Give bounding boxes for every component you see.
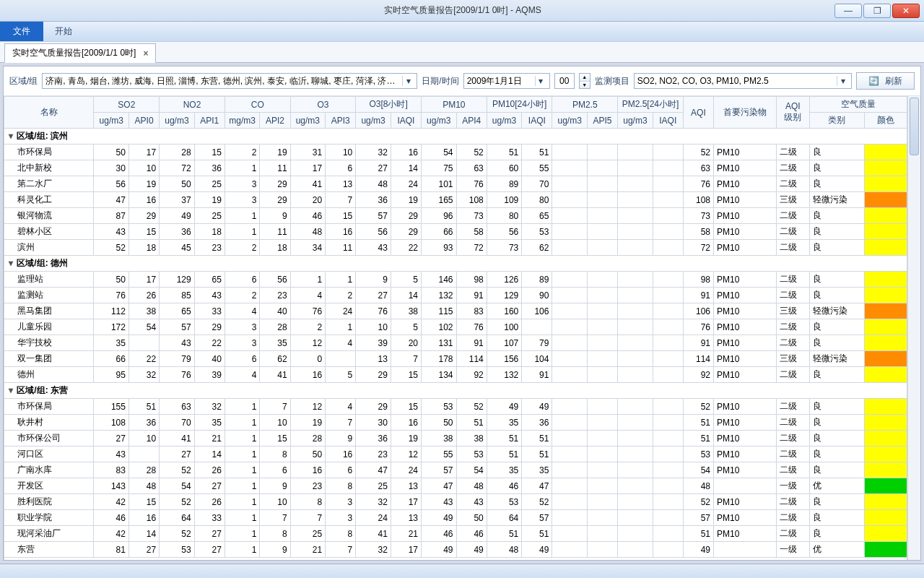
sub-ugm3[interactable]: ug/m3	[552, 113, 588, 129]
minimize-button[interactable]: —	[834, 4, 862, 18]
quality-color-swatch	[864, 335, 907, 351]
region-value: 济南, 青岛, 烟台, 潍坊, 威海, 日照, 淄博, 东营, 德州, 滨州, …	[45, 75, 402, 87]
col-pm25[interactable]: PM2.5	[552, 97, 618, 113]
ribbon-tab-file[interactable]: 文件	[0, 22, 43, 41]
sub-ugm3[interactable]: ug/m3	[487, 113, 522, 129]
sub-color[interactable]: 颜色	[864, 113, 907, 129]
group-row[interactable]: ▾ 区域/组: 滨州	[4, 129, 907, 144]
col-pm10[interactable]: PM10	[422, 97, 487, 113]
table-row[interactable]: 黑马集团1123865334407624763811583160106106PM…	[4, 303, 907, 319]
table-row[interactable]: 广南水库832852261616647245754353554PM10二级良	[4, 462, 907, 478]
table-row[interactable]: 职业学院46166433177324134950645757PM10二级良	[4, 510, 907, 526]
col-pm25-24h[interactable]: PM2.5[24小时]	[618, 97, 684, 113]
quality-color-swatch	[864, 144, 907, 160]
sub-ugm3[interactable]: ug/m3	[160, 113, 195, 129]
table-row[interactable]: 现河采油厂421452271825841214646515151PM10二级良	[4, 526, 907, 542]
sub-iaqi[interactable]: IAQI	[522, 113, 552, 129]
spin-up-icon[interactable]: ▲	[580, 74, 590, 82]
sub-mgm3[interactable]: mg/m3	[225, 113, 260, 129]
table-row[interactable]: 华宇技校3543223351243920131911077991PM10二级良	[4, 335, 907, 351]
quality-color-swatch	[864, 176, 907, 192]
table-row[interactable]: 监测站76268543223422714132911299091PM10二级良	[4, 288, 907, 303]
sub-ugm3[interactable]: ug/m3	[422, 113, 457, 129]
table-row[interactable]: 北中新校3010723611117627147563605563PM10二级良	[4, 160, 907, 176]
ribbon-tab-start[interactable]: 开始	[43, 22, 84, 41]
sub-api3[interactable]: API3	[326, 113, 356, 129]
date-label: 日期/时间	[422, 75, 458, 87]
quality-color-swatch	[864, 462, 907, 478]
scrollbar-thumb[interactable]	[910, 98, 919, 155]
date-value: 2009年1月1日	[467, 75, 535, 87]
filter-bar: 区域/组 济南, 青岛, 烟台, 潍坊, 威海, 日照, 淄博, 东营, 德州,…	[4, 66, 920, 96]
col-primary[interactable]: 首要污染物	[714, 97, 776, 129]
quality-color-swatch	[864, 303, 907, 319]
quality-color-swatch	[864, 494, 907, 510]
quality-color-swatch	[864, 288, 907, 303]
table-row[interactable]: 德州953276394411652915134921329192PM10二级良	[4, 367, 907, 383]
sub-category[interactable]: 类别	[809, 113, 864, 129]
group-row[interactable]: ▾ 区域/组: 德州	[4, 256, 907, 272]
group-row[interactable]: ▾ 区域/组: 东营	[4, 383, 907, 399]
group-row[interactable]: ▾ 区域/组: 菏泽	[4, 558, 907, 561]
table-row[interactable]: 滨州52184523218341143229372736272PM10二级良	[4, 240, 907, 256]
quality-color-swatch	[864, 272, 907, 288]
table-row[interactable]: 碧林小区43153618111481656296658565358PM10二级良	[4, 224, 907, 240]
sub-ugm3[interactable]: ug/m3	[94, 113, 129, 129]
window-title: 实时空气质量报告[2009/1/1 0时] - AQMS	[91, 4, 834, 17]
col-o3-8h[interactable]: O3[8小时]	[356, 97, 422, 113]
table-row[interactable]: 双一集团662279406620137178114156104114PM10三级…	[4, 351, 907, 367]
col-air-quality[interactable]: 空气质量	[809, 97, 907, 113]
table-row[interactable]: 耿井村10836703511019730165051353651PM10二级良	[4, 415, 907, 431]
table-row[interactable]: 科灵化工47163719329207361916510810980108PM10…	[4, 192, 907, 208]
sub-ugm3[interactable]: ug/m3	[618, 113, 653, 129]
sub-ugm3[interactable]: ug/m3	[290, 113, 326, 129]
maximize-button[interactable]: ❐	[863, 4, 891, 18]
sub-iaqi[interactable]: IAQI	[391, 113, 421, 129]
table-row[interactable]: 胜利医院421552261108332174343535252PM10二级良	[4, 494, 907, 510]
quality-color-swatch	[864, 478, 907, 494]
close-tab-icon[interactable]: ×	[143, 48, 148, 59]
table-row[interactable]: 第二水厂561950253294113482410176897076PM10二级…	[4, 176, 907, 192]
status-bar	[0, 564, 924, 578]
quality-color-swatch	[864, 447, 907, 462]
spin-down-icon[interactable]: ▼	[580, 82, 590, 89]
col-so2[interactable]: SO2	[94, 97, 160, 113]
table-row[interactable]: 市环保公司2710412111528936193838515151PM10二级良	[4, 431, 907, 447]
refresh-button[interactable]: 🔄 刷新	[856, 72, 915, 90]
sub-iaqi[interactable]: IAQI	[653, 113, 683, 129]
date-picker[interactable]: 2009年1月1日 ▾	[463, 73, 550, 89]
col-aqi-level[interactable]: AQI级别	[776, 97, 809, 129]
table-row[interactable]: 市环保局50172815219311032165452515152PM10二级良	[4, 144, 907, 160]
data-grid[interactable]: 名称 SO2 NO2 CO O3 O3[8小时] PM10 PM10[24小时]…	[4, 96, 907, 560]
col-co[interactable]: CO	[225, 97, 290, 113]
col-aqi[interactable]: AQI	[683, 97, 713, 129]
col-o3[interactable]: O3	[290, 97, 356, 113]
col-no2[interactable]: NO2	[160, 97, 225, 113]
title-bar: 实时空气质量报告[2009/1/1 0时] - AQMS — ❐ ✕	[0, 0, 924, 22]
hour-input[interactable]: 00	[554, 73, 575, 89]
sub-api1[interactable]: API1	[194, 113, 225, 129]
close-button[interactable]: ✕	[892, 4, 920, 18]
content-pane: 区域/组 济南, 青岛, 烟台, 潍坊, 威海, 日照, 淄博, 东营, 德州,…	[3, 66, 921, 561]
table-row[interactable]: 监理站5017129656561195146981268998PM10二级良	[4, 272, 907, 288]
col-name[interactable]: 名称	[4, 97, 94, 129]
table-row[interactable]: 开发区1434854271923825134748464748一级优	[4, 478, 907, 494]
col-pm10-24h[interactable]: PM10[24小时]	[487, 97, 552, 113]
hour-spinner[interactable]: ▲ ▼	[579, 73, 590, 89]
project-select[interactable]: SO2, NO2, CO, O3, PM10, PM2.5 ▾	[634, 73, 852, 89]
sub-api4[interactable]: API4	[456, 113, 487, 129]
table-row[interactable]: 儿童乐园172545729328211051027610076PM10二级良	[4, 319, 907, 335]
sub-api5[interactable]: API5	[587, 113, 617, 129]
sub-api0[interactable]: API0	[128, 113, 159, 129]
table-row[interactable]: 银河物流8729492519461557299673806573PM10二级良	[4, 208, 907, 224]
vertical-scrollbar[interactable]	[907, 96, 920, 560]
table-row[interactable]: 河口区43271418501623125553515153PM10二级良	[4, 447, 907, 462]
table-row[interactable]: 东营812753271921732174949484949一级优	[4, 542, 907, 558]
sub-api2[interactable]: API2	[260, 113, 290, 129]
document-tab[interactable]: 实时空气质量报告[2009/1/1 0时] ×	[4, 43, 156, 63]
hour-value: 00	[559, 76, 569, 86]
quality-color-swatch	[864, 208, 907, 224]
region-select[interactable]: 济南, 青岛, 烟台, 潍坊, 威海, 日照, 淄博, 东营, 德州, 滨州, …	[42, 73, 417, 89]
sub-ugm3[interactable]: ug/m3	[356, 113, 391, 129]
table-row[interactable]: 市环保局1555163321712429155352494952PM10二级良	[4, 399, 907, 415]
